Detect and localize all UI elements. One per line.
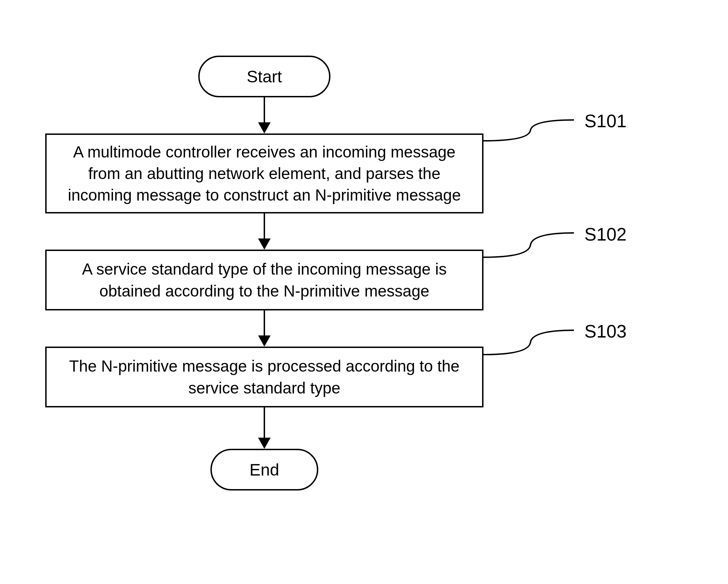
- arrow-s103-to-end: [264, 407, 265, 440]
- process-s103-text: The N-primitive message is processed acc…: [67, 355, 461, 398]
- flowchart-canvas: Start A multimode controller receives an…: [0, 0, 728, 584]
- connector-s101: [483, 120, 577, 148]
- arrow-start-to-s101: [264, 97, 265, 125]
- start-label: Start: [247, 67, 282, 86]
- process-s102: A service standard type of the incoming …: [45, 250, 483, 310]
- arrow-s101-to-s102: [264, 213, 265, 241]
- label-s103: S103: [584, 321, 626, 342]
- start-terminator: Start: [198, 56, 330, 97]
- label-s102: S102: [584, 224, 626, 245]
- arrowhead-s103-to-end: [258, 438, 271, 449]
- arrow-s102-to-s103: [264, 310, 265, 338]
- process-s103: The N-primitive message is processed acc…: [45, 347, 483, 407]
- arrowhead-s102-to-s103: [258, 335, 271, 347]
- process-s101: A multimode controller receives an incom…: [45, 133, 483, 213]
- process-s102-text: A service standard type of the incoming …: [67, 258, 461, 301]
- process-s101-text: A multimode controller receives an incom…: [67, 141, 461, 206]
- arrowhead-s101-to-s102: [258, 238, 271, 250]
- end-label: End: [249, 460, 279, 479]
- label-s101: S101: [584, 111, 626, 131]
- end-terminator: End: [210, 449, 318, 490]
- arrowhead-start-to-s101: [258, 122, 271, 133]
- connector-s102: [483, 233, 577, 264]
- connector-s103: [483, 330, 577, 362]
